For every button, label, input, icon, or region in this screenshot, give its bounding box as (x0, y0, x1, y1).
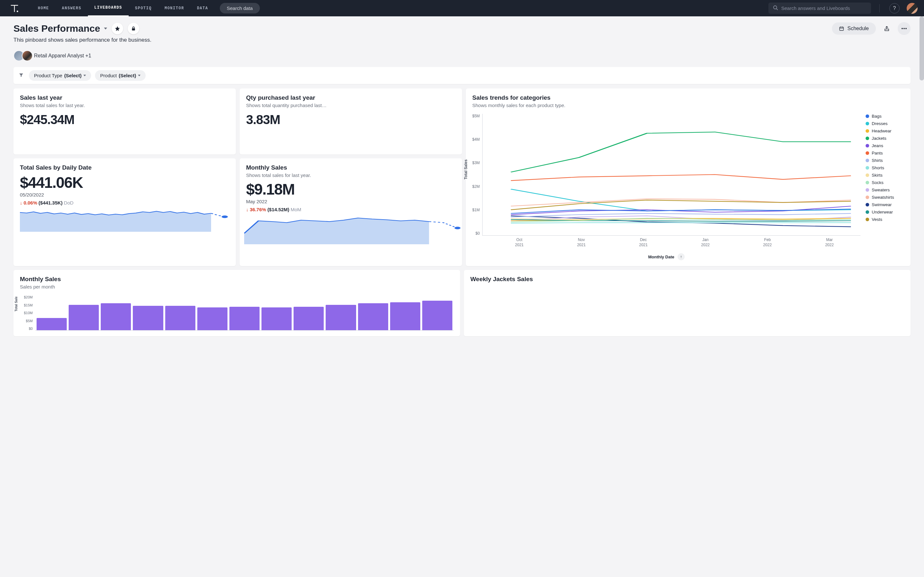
change-abs: ($441.35K) (39, 200, 63, 205)
filter-icon[interactable] (17, 73, 25, 79)
legend-label: Jeans (872, 143, 883, 148)
legend-label: Shorts (872, 165, 884, 170)
card-monthly-kpi[interactable]: Monthly Sales Shows total sales for last… (240, 158, 462, 266)
legend-item[interactable]: Underwear (866, 210, 904, 214)
page-title[interactable]: Sales Performance (13, 23, 107, 34)
sort-button[interactable]: ↑ (678, 253, 685, 260)
card-sales-last-year[interactable]: Sales last year Shows total sales for la… (13, 89, 236, 155)
authors-row: Retail Apparel Analyst +1 (13, 50, 911, 61)
daily-sparkline (20, 210, 229, 232)
card-weekly-jackets[interactable]: Weekly Jackets Sales (464, 270, 911, 336)
legend-item[interactable]: Shirts (866, 158, 904, 163)
legend-label: Underwear (872, 210, 893, 214)
user-avatar[interactable] (907, 3, 918, 14)
filter-product-type[interactable]: Product Type (Select) (29, 70, 91, 81)
card-qty-last-year[interactable]: Qty purchased last year Shows total quan… (240, 89, 462, 155)
svg-point-11 (901, 28, 903, 29)
change-abs: ($14.52M) (267, 207, 289, 212)
card-trends[interactable]: Sales trends for categories Shows monthl… (466, 89, 911, 266)
bar[interactable] (390, 302, 420, 330)
bar[interactable] (358, 303, 388, 330)
nav-home[interactable]: HOME (31, 0, 55, 16)
legend-label: Socks (872, 180, 884, 185)
title-row: Sales Performance Schedule (13, 22, 911, 35)
filter-product[interactable]: Product (Select) (95, 70, 145, 81)
legend-item[interactable]: Bags (866, 114, 904, 119)
filter-label: Product (100, 73, 117, 78)
bar[interactable] (69, 305, 99, 330)
help-button[interactable]: ? (889, 3, 900, 13)
legend-item[interactable]: Jeans (866, 143, 904, 148)
schedule-button[interactable]: Schedule (832, 23, 876, 35)
legend-item[interactable]: Swimwear (866, 202, 904, 207)
scrollbar[interactable] (919, 16, 924, 81)
legend-dot-icon (866, 188, 869, 192)
bar[interactable] (422, 301, 452, 330)
card-sub: Shows total quantity purchased last… (246, 103, 456, 108)
global-search-input[interactable]: Search answers and Liveboards (768, 3, 871, 14)
legend-dot-icon (866, 151, 869, 155)
change-pct: 36.76% (250, 207, 266, 212)
bars-container[interactable] (35, 295, 454, 330)
filter-value: (Select) (119, 73, 136, 78)
legend-dot-icon (866, 203, 869, 206)
authors-text[interactable]: Retail Apparel Analyst +1 (34, 53, 91, 59)
kpi-date: 05/20/2022 (20, 192, 229, 197)
legend-item[interactable]: Dresses (866, 121, 904, 126)
legend-item[interactable]: Pants (866, 151, 904, 155)
bar[interactable] (197, 308, 228, 330)
author-avatars[interactable] (13, 50, 30, 61)
bar[interactable] (133, 306, 163, 330)
logo[interactable] (10, 3, 19, 13)
bar[interactable] (262, 308, 292, 330)
legend-dot-icon (866, 159, 869, 162)
kpi-value: $245.34M (20, 113, 229, 127)
filter-value: (Select) (64, 73, 81, 78)
share-icon (884, 26, 890, 31)
legend-item[interactable]: Skirts (866, 173, 904, 177)
nav-spotiq[interactable]: SPOTIQ (129, 0, 158, 16)
legend-label: Skirts (872, 173, 883, 177)
legend-item[interactable]: Sweatshirts (866, 195, 904, 200)
nav-items: HOME ANSWERS LIVEBOARDS SPOTIQ MONITOR D… (31, 0, 215, 16)
bar-y-label: Total Sale (15, 297, 18, 311)
trends-legend: BagsDressesHeadwearJacketsJeansPantsShir… (866, 114, 904, 260)
legend-label: Jackets (872, 136, 887, 141)
share-button[interactable] (880, 22, 893, 35)
legend-item[interactable]: Vests (866, 217, 904, 222)
legend-item[interactable]: Shorts (866, 165, 904, 170)
trends-plot[interactable] (482, 114, 861, 235)
bar[interactable] (326, 305, 356, 330)
nav-monitor[interactable]: MONITOR (158, 0, 191, 16)
lock-button[interactable] (128, 23, 139, 34)
legend-item[interactable]: Socks (866, 180, 904, 185)
card-daily-sales[interactable]: Total Sales by Daily Date $441.06K 05/20… (13, 158, 236, 266)
nav-liveboards[interactable]: LIVEBOARDS (88, 0, 129, 16)
bar[interactable] (101, 303, 131, 330)
bar[interactable] (294, 307, 324, 330)
bar[interactable] (37, 318, 67, 330)
bar[interactable] (229, 307, 260, 330)
favorite-button[interactable] (111, 23, 123, 34)
trends-footer: Monthly Date ↑ (472, 253, 861, 260)
more-button[interactable] (898, 22, 911, 35)
card-title: Sales trends for categories (472, 94, 904, 101)
y-axis-ticks: $5M$4M$3M$2M$1M$0 (472, 114, 482, 235)
star-icon (115, 26, 120, 31)
bar[interactable] (165, 306, 195, 330)
change-period: DoD (64, 200, 73, 205)
legend-dot-icon (866, 137, 869, 140)
legend-item[interactable]: Sweaters (866, 187, 904, 192)
kpi-value: $9.18M (246, 181, 456, 198)
nav-answers[interactable]: ANSWERS (55, 0, 88, 16)
more-icon (901, 27, 907, 29)
legend-label: Sweatshirts (872, 195, 894, 200)
legend-label: Sweaters (872, 187, 890, 192)
legend-item[interactable]: Jackets (866, 136, 904, 141)
search-data-button[interactable]: Search data (220, 3, 260, 13)
nav-data[interactable]: DATA (191, 0, 215, 16)
card-monthly-bar[interactable]: Monthly Sales Sales per month Total Sale… (13, 270, 460, 336)
svg-point-13 (905, 28, 907, 29)
legend-item[interactable]: Headwear (866, 129, 904, 133)
filter-label: Product Type (34, 73, 62, 78)
